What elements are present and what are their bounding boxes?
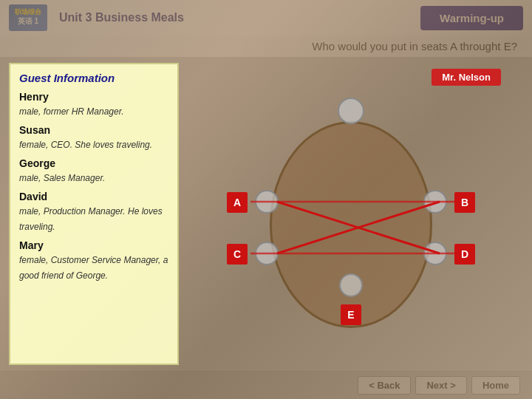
seat-E[interactable]: E [341, 304, 361, 325]
list-item: Henry male, former HR Manager. [19, 90, 168, 119]
guest-desc-mary: female, Customer Service Manager, a good… [19, 255, 168, 281]
guest-name-susan: Susan [19, 123, 168, 137]
list-item: Susan female, CEO. She loves traveling. [19, 123, 168, 152]
seat-C[interactable]: C [227, 244, 248, 265]
guest-desc-susan: female, CEO. She loves traveling. [19, 140, 152, 150]
seat-circle-D[interactable] [423, 242, 447, 265]
guest-name-henry: Henry [19, 90, 168, 103]
seat-D[interactable]: D [454, 244, 475, 265]
seating-diagram: A B C D [211, 89, 491, 340]
table-oval [270, 121, 432, 328]
list-item: Mary female, Customer Service Manager, a… [19, 239, 168, 283]
content-area: Guest Information Henry male, former HR … [0, 57, 532, 371]
seat-circle-A[interactable] [255, 190, 279, 214]
seat-host[interactable] [338, 98, 364, 124]
guest-desc-david: male, Production Manager. He loves trave… [19, 206, 163, 232]
list-item: George male, Sales Manager. [19, 157, 168, 185]
seat-circle-C[interactable] [255, 242, 279, 265]
main-container: 职场综合 英语 1 Unit 3 Business Meals Warming-… [0, 0, 532, 399]
guest-panel: Guest Information Henry male, former HR … [9, 63, 179, 365]
guest-panel-title: Guest Information [19, 72, 168, 84]
list-item: David male, Production Manager. He loves… [19, 190, 168, 234]
guest-name-george: George [19, 157, 168, 170]
seat-circle-E[interactable] [339, 273, 363, 297]
guest-desc-henry: male, former HR Manager. [19, 106, 124, 117]
seat-circle-B[interactable] [423, 190, 447, 214]
seat-A[interactable]: A [227, 192, 248, 213]
seat-B[interactable]: B [454, 192, 475, 213]
guest-desc-george: male, Sales Manager. [19, 173, 105, 183]
host-label: Mr. Nelson [432, 69, 501, 86]
seating-area: Mr. Nelson A B [179, 63, 523, 365]
guest-name-mary: Mary [19, 239, 168, 252]
guest-name-david: David [19, 190, 168, 203]
